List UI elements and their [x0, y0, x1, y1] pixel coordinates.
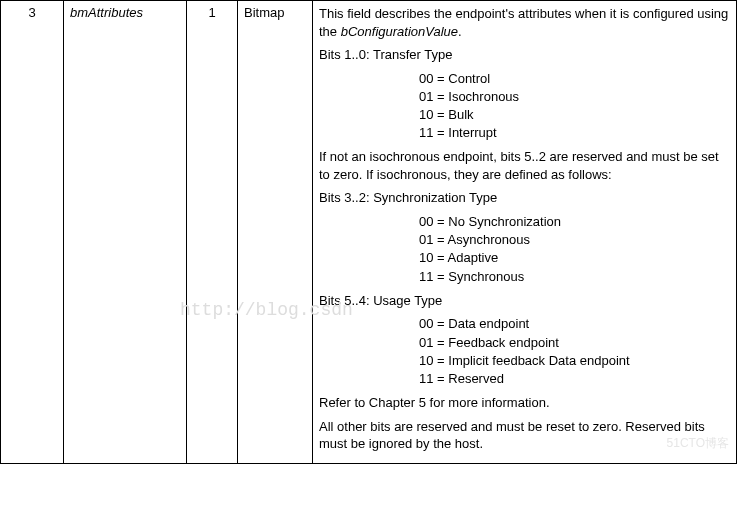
- bits10-item: 00 = Control: [419, 70, 730, 88]
- bits10-item: 01 = Isochronous: [419, 88, 730, 106]
- cell-size: 1: [187, 1, 238, 464]
- bits54-item: 01 = Feedback endpoint: [419, 334, 730, 352]
- bits10-items: 00 = Control 01 = Isochronous 10 = Bulk …: [419, 70, 730, 143]
- bits32-item: 11 = Synchronous: [419, 268, 730, 286]
- bits54-items: 00 = Data endpoint 01 = Feedback endpoin…: [419, 315, 730, 388]
- bits32-item: 01 = Asynchronous: [419, 231, 730, 249]
- tail-text: All other bits are reserved and must be …: [319, 418, 730, 453]
- bits32-item: 00 = No Synchronization: [419, 213, 730, 231]
- bits32-items: 00 = No Synchronization 01 = Asynchronou…: [419, 213, 730, 286]
- desc-intro: This field describes the endpoint's attr…: [319, 5, 730, 40]
- bits10-title: Bits 1..0: Transfer Type: [319, 46, 730, 64]
- refer-text: Refer to Chapter 5 for more information.: [319, 394, 730, 412]
- spec-table: 3 bmAttributes 1 Bitmap This field descr…: [0, 0, 737, 464]
- table-row: 3 bmAttributes 1 Bitmap This field descr…: [1, 1, 737, 464]
- iso-note: If not an isochronous endpoint, bits 5..…: [319, 148, 730, 183]
- bits54-item: 11 = Reserved: [419, 370, 730, 388]
- intro-text-b: bConfigurationValue: [341, 24, 458, 39]
- cell-offset: 3: [1, 1, 64, 464]
- cell-description: This field describes the endpoint's attr…: [313, 1, 737, 464]
- bits10-item: 10 = Bulk: [419, 106, 730, 124]
- bits10-item: 11 = Interrupt: [419, 124, 730, 142]
- intro-text-c: .: [458, 24, 462, 39]
- bits54-title: Bits 5..4: Usage Type: [319, 292, 730, 310]
- bits54-item: 00 = Data endpoint: [419, 315, 730, 333]
- bits54-item: 10 = Implicit feedback Data endpoint: [419, 352, 730, 370]
- bits32-title: Bits 3..2: Synchronization Type: [319, 189, 730, 207]
- cell-field: bmAttributes: [64, 1, 187, 464]
- bits32-item: 10 = Adaptive: [419, 249, 730, 267]
- cell-value: Bitmap: [238, 1, 313, 464]
